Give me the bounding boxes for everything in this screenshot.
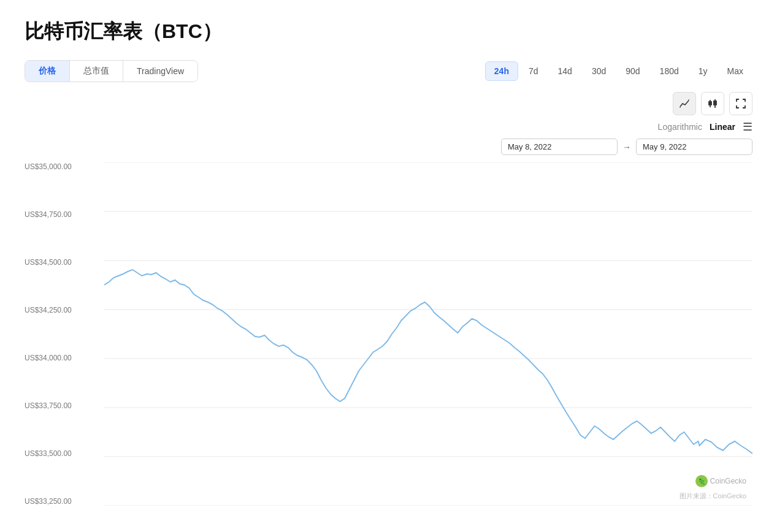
fullscreen-button[interactable]: [729, 92, 752, 115]
period-90d[interactable]: 90d: [616, 61, 649, 81]
period-max[interactable]: Max: [718, 61, 752, 81]
svg-rect-3: [714, 101, 716, 105]
chart-inner: 🦎 CoinGecko 图片来源：CoinGecko: [104, 162, 752, 506]
source-text: 图片来源：CoinGecko: [679, 492, 746, 501]
tab-market-cap[interactable]: 总市值: [70, 61, 123, 82]
period-1y[interactable]: 1y: [689, 61, 717, 81]
period-14d[interactable]: 14d: [549, 61, 581, 81]
y-label-4: US$34,000.00: [25, 354, 104, 362]
line-chart-button[interactable]: [673, 92, 696, 115]
page-title: 比特币汇率表（BTC）: [25, 18, 752, 45]
coingecko-watermark: 🦎 CoinGecko: [695, 475, 746, 487]
candlestick-chart-button[interactable]: [701, 92, 724, 115]
date-to[interactable]: [636, 139, 752, 155]
y-label-0: US$35,000.00: [25, 162, 104, 171]
tab-price[interactable]: 价格: [25, 61, 70, 82]
date-from[interactable]: [501, 139, 618, 155]
y-label-2: US$34,500.00: [25, 258, 104, 267]
y-label-3: US$34,250.00: [25, 306, 104, 314]
y-label-5: US$33,750.00: [25, 401, 104, 410]
tab-tradingview[interactable]: TradingView: [123, 61, 197, 82]
period-24h[interactable]: 24h: [485, 61, 518, 81]
tab-group: 价格 总市值 TradingView: [25, 60, 198, 82]
coingecko-name: CoinGecko: [710, 477, 746, 485]
coingecko-logo: 🦎: [695, 475, 708, 487]
svg-rect-1: [709, 102, 711, 105]
y-axis: US$35,000.00 US$34,750.00 US$34,500.00 U…: [25, 162, 104, 506]
linear-scale[interactable]: Linear: [710, 122, 735, 132]
y-label-1: US$34,750.00: [25, 210, 104, 219]
menu-icon[interactable]: ☰: [743, 120, 752, 134]
top-controls: 价格 总市值 TradingView 24h 7d 14d 30d 90d 18…: [25, 60, 752, 82]
date-range: →: [25, 139, 752, 155]
logarithmic-scale[interactable]: Logarithmic: [658, 122, 702, 132]
y-label-6: US$33,500.00: [25, 449, 104, 458]
chart-toolbar: [25, 92, 752, 115]
scale-controls: Logarithmic Linear ☰: [25, 120, 752, 134]
period-180d[interactable]: 180d: [651, 61, 688, 81]
period-30d[interactable]: 30d: [583, 61, 615, 81]
chart-area: US$35,000.00 US$34,750.00 US$34,500.00 U…: [25, 162, 752, 506]
period-7d[interactable]: 7d: [519, 61, 548, 81]
period-group: 24h 7d 14d 30d 90d 180d 1y Max: [485, 61, 752, 81]
date-arrow: →: [622, 142, 631, 152]
y-label-7: US$33,250.00: [25, 497, 104, 506]
